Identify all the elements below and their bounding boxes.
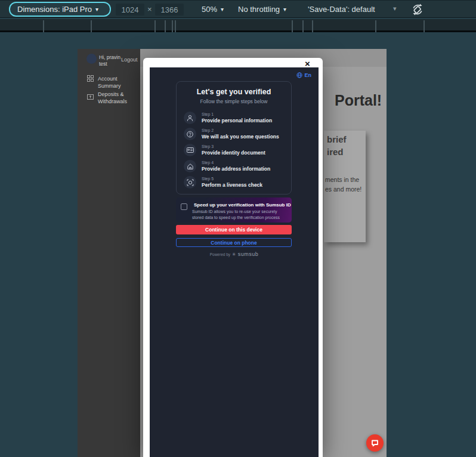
devtools-ruler [0, 19, 476, 32]
step-text: Perform a liveness check [202, 182, 262, 188]
sumsub-brand-text: sumsub [238, 251, 259, 257]
ruler-tick [302, 20, 304, 32]
step-row: Step 5 Perform a liveness check [184, 176, 262, 189]
devtools-toolbar: Dimensions: iPad Pro ▾ × 50% ▾ No thrott… [0, 0, 476, 18]
sidebar-item-deposits-withdrawals[interactable]: Deposits & Withdrawals [87, 91, 135, 105]
card-text-fragment: ired [327, 147, 344, 157]
language-label: En [304, 72, 311, 78]
person-icon [184, 112, 196, 124]
chat-widget-button[interactable] [366, 434, 384, 452]
step-label: Step 2 [202, 128, 279, 132]
logout-button[interactable]: Logout [121, 57, 138, 63]
background-card: brief ired ments in the es and more! [324, 131, 366, 242]
chat-bubble-icon [370, 439, 379, 447]
card-text-fragment: es and more! [325, 186, 361, 193]
continue-phone-button[interactable]: Continue on phone [176, 238, 292, 247]
step-label: Step 5 [202, 177, 262, 181]
chevron-down-icon: ▾ [283, 6, 286, 13]
steps-card: Let's get you verified Follow the simple… [176, 81, 292, 194]
ruler-tick [424, 20, 425, 32]
step-row: Step 3 Provide identity document [184, 144, 265, 156]
transfer-icon [87, 93, 94, 100]
powered-by-label: Powered by [210, 252, 230, 257]
ruler-tick [375, 20, 376, 32]
sumsub-id-description: Sumsub ID allows you to re-use your secu… [192, 209, 288, 221]
ruler-tick [43, 20, 44, 32]
sidebar-item-label: Deposits & Withdrawals [98, 91, 135, 105]
zoom-dropdown[interactable]: 50% ▾ [202, 5, 224, 14]
id-card-icon [184, 144, 196, 156]
globe-icon [296, 72, 302, 78]
step-label: Step 3 [202, 144, 265, 149]
zoom-value: 50% [202, 5, 217, 14]
modal-title: Let's get you verified [177, 88, 291, 96]
step-row: Step 2 We will ask you some questions [184, 128, 279, 140]
card-text-fragment: ments in the [325, 176, 359, 183]
modal-subtitle: Follow the simple steps below [177, 98, 291, 104]
step-text: We will ask you some questions [202, 134, 279, 140]
sumsub-panel: En Let's get you verified Follow the sim… [150, 67, 319, 457]
save-data-dropdown[interactable]: 'Save-Data': default [308, 5, 375, 14]
sidebar-item-label: Account Summary [98, 75, 135, 89]
viewport-height-input[interactable] [155, 4, 184, 16]
ruler-tick [172, 20, 173, 32]
save-data-value: 'Save-Data': default [308, 5, 375, 14]
chevron-down-icon[interactable]: ▾ [393, 5, 397, 13]
chevron-down-icon: ▾ [221, 6, 224, 13]
step-text: Provide identity document [202, 150, 265, 156]
chevron-down-icon: ▾ [95, 6, 98, 13]
liveness-scan-icon [184, 176, 196, 189]
step-label: Step 4 [202, 160, 270, 165]
ruler-tick [175, 20, 176, 32]
sumsub-id-checkbox[interactable] [181, 203, 187, 210]
step-label: Step 1 [202, 112, 272, 116]
dimensions-times-separator: × [147, 5, 152, 14]
rotate-device-button[interactable] [411, 3, 424, 16]
avatar [86, 54, 97, 64]
throttling-dropdown[interactable]: No throttling ▾ [238, 5, 286, 14]
dimensions-dropdown-label: Dimensions: iPad Pro [17, 5, 92, 14]
step-row: Step 4 Provide address information [184, 160, 270, 172]
step-text: Provide personal information [202, 118, 272, 123]
dimensions-dropdown[interactable]: Dimensions: iPad Pro ▾ [9, 2, 111, 17]
question-icon [184, 128, 196, 140]
grid-icon [87, 75, 94, 82]
rotate-device-icon [411, 3, 424, 16]
powered-by: Powered by ✳ sumsub [150, 251, 319, 257]
ruler-tick [292, 20, 293, 32]
ruler-tick [312, 20, 313, 32]
step-text: Provide address information [202, 166, 270, 172]
page-title: Portal! [335, 92, 382, 109]
ruler-tick [91, 20, 92, 32]
continue-device-button[interactable]: Continue on this device [176, 225, 292, 234]
viewport-width-input[interactable] [116, 4, 144, 16]
home-icon [184, 160, 196, 172]
throttling-value: No throttling [238, 5, 280, 14]
ruler-tick [154, 20, 156, 32]
sidebar-item-account-summary[interactable]: Account Summary [87, 75, 135, 89]
step-row: Step 1 Provide personal information [184, 112, 272, 124]
sumsub-logo-icon: ✳ [232, 252, 236, 257]
sumsub-id-title: Speed up your verification with Sumsub I… [194, 202, 291, 208]
sumsub-id-banner: Speed up your verification with Sumsub I… [176, 197, 292, 223]
card-text-fragment: brief [327, 134, 347, 144]
ruler-tick [165, 20, 166, 32]
verification-modal: × En Let's get you verified Follow the s… [143, 58, 323, 457]
sidebar: Hi, pravin test Logout Account Summary D… [78, 49, 140, 457]
language-selector[interactable]: En [296, 72, 311, 78]
